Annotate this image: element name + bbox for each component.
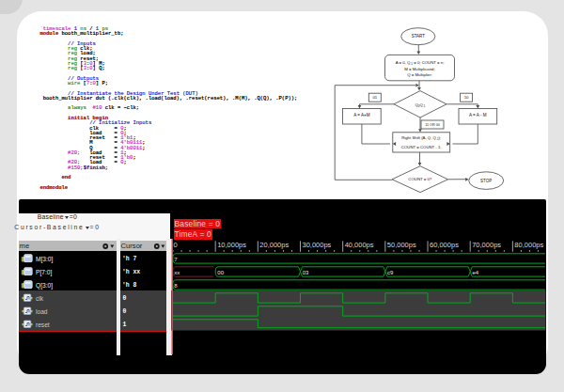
- svg-text:03: 03: [303, 270, 309, 275]
- svg-text:8: 8: [174, 283, 178, 289]
- svg-text:30,000ps: 30,000ps: [303, 241, 332, 249]
- svg-text:40,000ps: 40,000ps: [345, 241, 374, 249]
- svg-text:c9: c9: [387, 270, 394, 275]
- svg-text:60,000ps: 60,000ps: [430, 241, 459, 249]
- svg-text:70,000ps: 70,000ps: [472, 241, 501, 249]
- svg-text:0: 0: [174, 241, 178, 249]
- svg-text:20,000ps: 20,000ps: [259, 241, 289, 249]
- svg-text:e4: e4: [472, 270, 478, 275]
- svg-text:xx: xx: [174, 270, 180, 275]
- svg-text:7: 7: [174, 257, 178, 262]
- svg-text:80,000ps: 80,000ps: [514, 241, 543, 249]
- svg-text:10,000ps: 10,000ps: [217, 241, 246, 249]
- svg-text:50,000ps: 50,000ps: [387, 241, 416, 249]
- svg-text:00: 00: [217, 270, 224, 275]
